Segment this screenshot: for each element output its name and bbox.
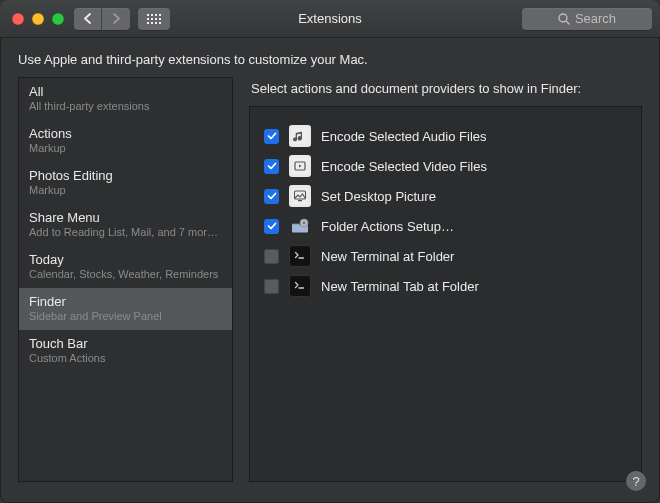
terminal-icon xyxy=(289,275,311,297)
check-icon xyxy=(267,131,277,141)
sidebar-item-label: All xyxy=(29,84,222,100)
extension-checkbox[interactable] xyxy=(264,219,279,234)
search-placeholder: Search xyxy=(575,11,616,26)
extension-label: Set Desktop Picture xyxy=(321,189,436,204)
extension-checkbox[interactable] xyxy=(264,129,279,144)
extension-row: Set Desktop Picture xyxy=(264,181,627,211)
svg-rect-5 xyxy=(151,18,153,20)
svg-rect-10 xyxy=(155,22,157,24)
window-toolbar: Extensions Search xyxy=(0,0,660,38)
desktop-picture-icon xyxy=(289,185,311,207)
sidebar-item-photos-editing[interactable]: Photos Editing Markup xyxy=(19,162,232,204)
sidebar-item-label: Share Menu xyxy=(29,210,222,226)
svg-rect-6 xyxy=(155,18,157,20)
extension-checkbox[interactable] xyxy=(264,189,279,204)
sidebar-item-label: Actions xyxy=(29,126,222,142)
check-icon xyxy=(267,221,277,231)
sidebar-item-sublabel: Markup xyxy=(29,184,222,197)
sidebar-item-label: Finder xyxy=(29,294,222,310)
sidebar-item-sublabel: All third-party extensions xyxy=(29,100,222,113)
extensions-sidebar: All All third-party extensions Actions M… xyxy=(18,77,233,482)
sidebar-item-label: Photos Editing xyxy=(29,168,222,184)
extension-checkbox[interactable] xyxy=(264,249,279,264)
sidebar-item-sublabel: Sidebar and Preview Panel xyxy=(29,310,222,323)
traffic-lights xyxy=(12,13,64,25)
svg-rect-11 xyxy=(159,22,161,24)
video-encode-icon xyxy=(289,155,311,177)
svg-rect-22 xyxy=(292,248,308,264)
sidebar-item-sublabel: Markup xyxy=(29,142,222,155)
extension-checkbox[interactable] xyxy=(264,279,279,294)
extension-label: Encode Selected Audio Files xyxy=(321,129,487,144)
sidebar-item-touch-bar[interactable]: Touch Bar Custom Actions xyxy=(19,330,232,372)
extension-label: New Terminal at Folder xyxy=(321,249,454,264)
sidebar-item-finder[interactable]: Finder Sidebar and Preview Panel xyxy=(19,288,232,330)
audio-encode-icon xyxy=(289,125,311,147)
extension-checkbox[interactable] xyxy=(264,159,279,174)
terminal-icon xyxy=(289,245,311,267)
close-window-button[interactable] xyxy=(12,13,24,25)
detail-list: Encode Selected Audio Files Encode Selec… xyxy=(249,106,642,482)
sidebar-item-label: Touch Bar xyxy=(29,336,222,352)
check-icon xyxy=(267,191,277,201)
detail-heading: Select actions and document providers to… xyxy=(249,77,642,106)
extension-label: Folder Actions Setup… xyxy=(321,219,454,234)
extension-row: Folder Actions Setup… xyxy=(264,211,627,241)
svg-rect-0 xyxy=(147,14,149,16)
search-field[interactable]: Search xyxy=(522,8,652,30)
chevron-left-icon xyxy=(83,13,92,24)
extension-row: New Terminal at Folder xyxy=(264,241,627,271)
svg-rect-2 xyxy=(155,14,157,16)
extension-label: New Terminal Tab at Folder xyxy=(321,279,479,294)
svg-rect-14 xyxy=(292,128,308,144)
grid-icon xyxy=(147,14,161,24)
svg-rect-8 xyxy=(147,22,149,24)
sidebar-item-label: Today xyxy=(29,252,222,268)
svg-rect-4 xyxy=(147,18,149,20)
sidebar-item-share-menu[interactable]: Share Menu Add to Reading List, Mail, an… xyxy=(19,204,232,246)
back-button[interactable] xyxy=(74,8,102,30)
minimize-window-button[interactable] xyxy=(32,13,44,25)
extension-row: Encode Selected Audio Files xyxy=(264,121,627,151)
svg-rect-1 xyxy=(151,14,153,16)
show-all-prefs-button[interactable] xyxy=(138,8,170,30)
help-icon: ? xyxy=(632,474,639,489)
extension-row: New Terminal Tab at Folder xyxy=(264,271,627,301)
zoom-window-button[interactable] xyxy=(52,13,64,25)
sidebar-item-today[interactable]: Today Calendar, Stocks, Weather, Reminde… xyxy=(19,246,232,288)
nav-back-forward xyxy=(74,8,130,30)
intro-text: Use Apple and third-party extensions to … xyxy=(0,38,660,77)
svg-rect-7 xyxy=(159,18,161,20)
extension-row: Encode Selected Video Files xyxy=(264,151,627,181)
folder-actions-icon xyxy=(289,215,311,237)
chevron-right-icon xyxy=(112,13,121,24)
svg-line-13 xyxy=(566,21,569,24)
search-icon xyxy=(558,13,570,25)
help-button[interactable]: ? xyxy=(626,471,646,491)
svg-rect-3 xyxy=(159,14,161,16)
detail-panel: Select actions and document providers to… xyxy=(249,77,642,482)
svg-point-21 xyxy=(303,222,306,225)
main-content: All All third-party extensions Actions M… xyxy=(0,77,660,500)
sidebar-item-actions[interactable]: Actions Markup xyxy=(19,120,232,162)
check-icon xyxy=(267,161,277,171)
forward-button[interactable] xyxy=(102,8,130,30)
sidebar-item-all[interactable]: All All third-party extensions xyxy=(19,78,232,120)
svg-rect-24 xyxy=(292,278,308,294)
sidebar-item-sublabel: Calendar, Stocks, Weather, Reminders xyxy=(29,268,222,281)
sidebar-item-sublabel: Custom Actions xyxy=(29,352,222,365)
sidebar-item-sublabel: Add to Reading List, Mail, and 7 mor… xyxy=(29,226,222,239)
svg-rect-19 xyxy=(298,200,302,201)
svg-rect-9 xyxy=(151,22,153,24)
extension-label: Encode Selected Video Files xyxy=(321,159,487,174)
